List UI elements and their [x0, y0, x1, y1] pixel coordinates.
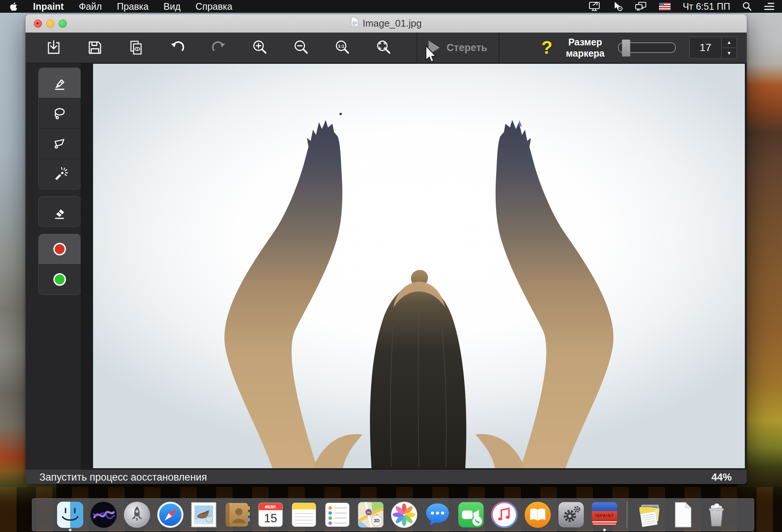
dock-item-finder[interactable] — [56, 500, 84, 529]
menu-file[interactable]: Файл — [79, 1, 102, 12]
dock-item-safari[interactable] — [156, 500, 185, 529]
mouse-cursor — [425, 45, 438, 65]
marker-size-label: Размер маркера — [566, 36, 605, 59]
running-indicator — [69, 529, 71, 531]
editor-canvas[interactable] — [81, 63, 747, 470]
menubar-app-name[interactable]: Inpaint — [33, 1, 64, 12]
dock-item-mail[interactable] — [189, 500, 218, 529]
menu-edit[interactable]: Правка — [117, 1, 148, 12]
apple-menu-icon[interactable] — [8, 1, 18, 12]
window-title: Image_01.jpg — [362, 18, 422, 29]
remote-display-icon[interactable] — [588, 1, 600, 12]
redo-button[interactable] — [210, 39, 227, 56]
window-titlebar[interactable]: Image_01.jpg — [26, 14, 747, 33]
preview-copy-button[interactable] — [128, 39, 145, 56]
slider-thumb[interactable] — [622, 39, 630, 57]
magic-wand-tool-button[interactable] — [39, 159, 81, 189]
dock-item-messages[interactable] — [423, 500, 452, 529]
calendar-month-label: ФЕВР. — [265, 505, 276, 509]
photo-image[interactable] — [93, 64, 745, 468]
dock-separator — [627, 501, 627, 528]
eraser-tool-button[interactable] — [39, 197, 81, 227]
dock-item-itunes[interactable] — [490, 500, 519, 529]
menubar-clock[interactable]: Чт 6:51 ПП — [683, 1, 730, 12]
spotlight-search-icon[interactable] — [742, 2, 752, 11]
running-indicator — [603, 529, 606, 531]
calendar-day-label: 15 — [264, 511, 277, 525]
dock-item-system-preferences[interactable] — [557, 500, 585, 529]
erase-button-label: Стереть — [447, 42, 487, 54]
desktop-screen: Inpaint Файл Правка Вид Справка — [0, 0, 782, 532]
status-bar: Запустить процесс аосстановления 44% — [26, 470, 747, 484]
dock-item-calendar[interactable]: ФЕВР. 15 — [256, 500, 285, 529]
svg-text:1:1: 1:1 — [338, 44, 344, 48]
tool-sidebar — [26, 63, 81, 470]
marker-size-spinner[interactable]: 17 ▲ ▼ — [689, 37, 737, 59]
dock: ФЕВР. 15 — [32, 498, 754, 531]
zoom-window-button[interactable] — [59, 20, 67, 28]
zoom-level: 44% — [711, 472, 732, 483]
maps-3d-label: 3D — [373, 518, 379, 523]
inpaint-icon-label: INPAINT — [595, 513, 614, 518]
document-icon — [350, 17, 359, 30]
photo-figure — [93, 64, 745, 468]
dock-item-maps[interactable]: 280 3D — [356, 500, 385, 529]
marker-size-slider[interactable] — [618, 42, 676, 53]
open-image-button[interactable] — [45, 39, 62, 56]
green-mask-color-button[interactable] — [39, 264, 81, 295]
dock-item-contacts[interactable] — [223, 500, 251, 529]
spinner-down-button[interactable]: ▼ — [721, 48, 737, 59]
dock-item-reminders[interactable] — [323, 500, 352, 529]
toolbar: 1:1 Стереть ? — [26, 33, 747, 63]
remote-cursor-icon[interactable] — [612, 1, 623, 12]
zoom-in-button[interactable] — [251, 39, 269, 56]
dock-item-ibooks[interactable] — [523, 500, 552, 529]
dock-item-photos[interactable] — [390, 500, 418, 529]
dock-item-trash[interactable] — [702, 500, 731, 529]
dock-item-siri[interactable] — [89, 500, 118, 529]
status-hint: Запустить процесс аосстановления — [39, 472, 207, 483]
toolbar-separator — [499, 33, 499, 63]
spinner-up-button[interactable]: ▲ — [721, 37, 737, 48]
dock-item-facetime[interactable] — [457, 500, 485, 529]
zoom-fit-screen-button[interactable] — [375, 39, 393, 56]
minimize-button[interactable] — [46, 20, 54, 28]
marker-size-value[interactable]: 17 — [689, 37, 721, 59]
close-button[interactable] — [34, 20, 42, 28]
inpaint-window: Image_01.jpg — [26, 14, 747, 484]
display-mirroring-icon[interactable] — [635, 1, 647, 12]
dock-item-document[interactable] — [669, 500, 697, 529]
menu-bar: Inpaint Файл Правка Вид Справка — [0, 0, 782, 13]
menu-help[interactable]: Справка — [196, 1, 232, 12]
marker-tool-button[interactable] — [39, 68, 81, 98]
dock-item-stickies[interactable] — [635, 500, 664, 529]
zoom-actual-size-button[interactable]: 1:1 — [334, 39, 351, 56]
red-mask-color-button[interactable] — [39, 234, 81, 264]
dock-item-inpaint[interactable]: INPAINT — [590, 500, 619, 529]
menu-view[interactable]: Вид — [164, 1, 180, 12]
notification-center-icon[interactable] — [764, 2, 774, 11]
save-image-button[interactable] — [86, 39, 104, 56]
dock-item-notes[interactable] — [290, 500, 318, 529]
lasso-tool-button[interactable] — [39, 98, 81, 129]
undo-button[interactable] — [169, 39, 186, 56]
polygon-lasso-tool-button[interactable] — [39, 129, 81, 159]
maps-shield-label: 280 — [367, 511, 371, 514]
us-flag-icon[interactable] — [659, 3, 671, 11]
zoom-out-button[interactable] — [293, 39, 310, 56]
dock-item-launchpad[interactable] — [123, 500, 151, 529]
help-button[interactable]: ? — [541, 39, 552, 57]
